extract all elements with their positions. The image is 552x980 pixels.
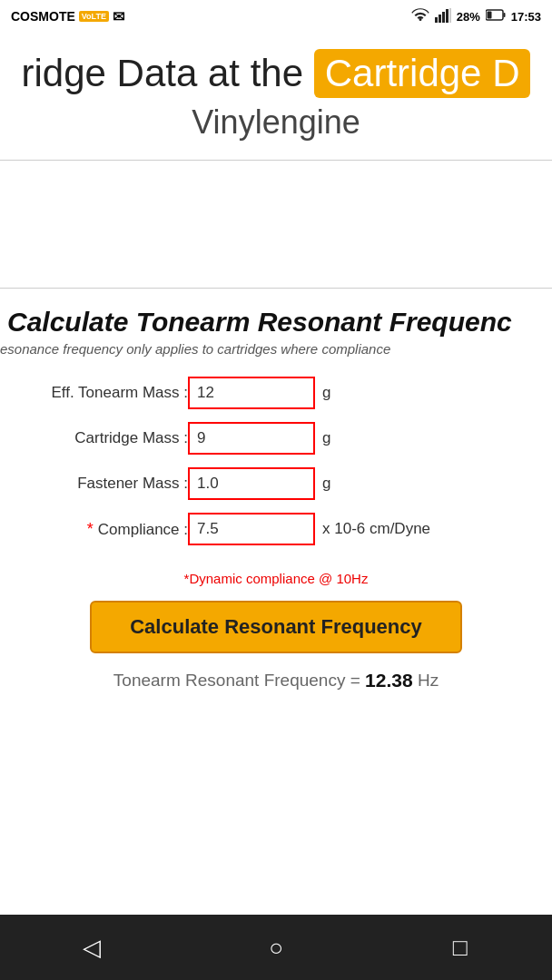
tonearm-unit: g <box>322 384 330 402</box>
wifi-icon <box>411 8 429 25</box>
result-prefix: Tonearm Resonant Frequency = <box>113 671 360 691</box>
calculate-button[interactable]: Calculate Resonant Frequency <box>90 601 462 653</box>
status-left: COSMOTE VoLTE ✉ <box>11 8 124 25</box>
blank-area <box>0 170 552 279</box>
header-highlight: Cartridge D <box>314 49 531 98</box>
svg-rect-2 <box>442 12 445 23</box>
result-value: 12.38 <box>365 670 413 691</box>
nav-bar: ◁ ○ □ <box>0 915 552 980</box>
fastener-row: Fastener Mass : g <box>11 467 541 500</box>
header-divider <box>0 160 552 161</box>
compliance-label: * Compliance : <box>11 520 188 539</box>
dynamic-compliance-note: *Dynamic compliance @ 10Hz <box>0 571 552 586</box>
recents-button[interactable]: □ <box>438 925 483 970</box>
svg-rect-3 <box>446 9 448 23</box>
volte-badge: VoLTE <box>79 11 109 22</box>
header-prefix: ridge Data at the <box>22 52 314 94</box>
cartridge-unit: g <box>322 429 330 447</box>
email-icon: ✉ <box>113 8 124 25</box>
result-row: Tonearm Resonant Frequency = 12.38 Hz <box>0 670 552 691</box>
status-right: 28% 17:53 <box>411 8 541 25</box>
battery-label: 28% <box>457 10 480 24</box>
result-unit: Hz <box>418 671 439 691</box>
svg-rect-1 <box>439 15 441 23</box>
header-subtitle: Vinylengine <box>0 103 552 142</box>
svg-rect-6 <box>487 12 491 19</box>
svg-rect-7 <box>503 13 505 17</box>
fastener-label: Fastener Mass : <box>11 475 188 493</box>
home-button[interactable]: ○ <box>253 925 299 970</box>
carrier-label: COSMOTE <box>11 9 75 24</box>
calc-subtitle: esonance frequency only applies to cartr… <box>0 338 552 360</box>
cartridge-row: Cartridge Mass : g <box>11 422 541 455</box>
battery-icon <box>486 9 506 24</box>
svg-rect-0 <box>435 17 438 23</box>
required-star: * <box>87 520 98 538</box>
cartridge-input[interactable] <box>188 422 315 455</box>
compliance-unit: x 10-6 cm/Dyne <box>322 520 430 538</box>
compliance-input[interactable] <box>188 513 315 545</box>
form-area: Eff. Tonearm Mass : g Cartridge Mass : g… <box>0 360 552 567</box>
time-label: 17:53 <box>511 10 541 24</box>
signal-icon <box>435 8 451 25</box>
header-title-line: ridge Data at the Cartridge D <box>0 49 552 98</box>
tonearm-input[interactable] <box>188 377 315 409</box>
status-bar: COSMOTE VoLTE ✉ 28% 17:53 <box>0 0 552 33</box>
tonearm-row: Eff. Tonearm Mass : g <box>11 377 541 409</box>
calc-title: Calculate Tonearm Resonant Frequenc <box>0 307 552 338</box>
header-section: ridge Data at the Cartridge D Vinylengin… <box>0 33 552 151</box>
svg-rect-4 <box>449 8 451 23</box>
calculator-section: Calculate Tonearm Resonant Frequenc eson… <box>0 298 552 691</box>
fastener-unit: g <box>322 475 330 493</box>
fastener-input[interactable] <box>188 467 315 500</box>
compliance-row: * Compliance : x 10-6 cm/Dyne <box>11 513 541 545</box>
back-button[interactable]: ◁ <box>69 925 114 970</box>
calc-button-wrap: Calculate Resonant Frequency <box>0 601 552 653</box>
tonearm-label: Eff. Tonearm Mass : <box>11 384 188 402</box>
middle-divider <box>0 288 552 289</box>
cartridge-label: Cartridge Mass : <box>11 429 188 447</box>
